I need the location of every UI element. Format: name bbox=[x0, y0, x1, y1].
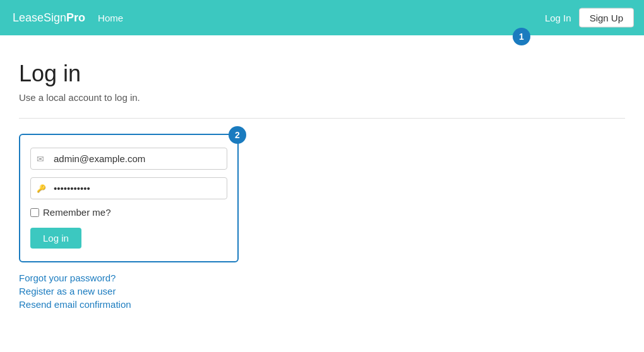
login-button[interactable]: Log in bbox=[30, 228, 81, 249]
remember-me-group: Remember me? bbox=[30, 207, 227, 218]
annotation-badge-1: 1 bbox=[513, 28, 530, 45]
nav-login-link[interactable]: Log In bbox=[545, 13, 571, 23]
email-icon: ✉ bbox=[37, 154, 44, 164]
login-form-box: 2 ✉ 🔑 Remember me? Log in bbox=[19, 134, 239, 262]
password-field[interactable] bbox=[30, 177, 227, 199]
form-section: 2 ✉ 🔑 Remember me? Log in bbox=[19, 134, 625, 262]
nav-signup-button[interactable]: Sign Up bbox=[579, 8, 634, 28]
brand-bold: Pro bbox=[66, 11, 85, 25]
annotation-badge-2: 2 bbox=[229, 126, 246, 144]
remember-me-label: Remember me? bbox=[43, 207, 111, 218]
nav-home-link[interactable]: Home bbox=[98, 13, 123, 23]
page-title: Log in bbox=[19, 61, 625, 87]
email-input-group: ✉ bbox=[30, 148, 227, 170]
divider bbox=[19, 118, 625, 119]
navbar: LeaseSignPro Home Log In Sign Up 1 bbox=[0, 0, 644, 35]
email-field[interactable] bbox=[30, 148, 227, 170]
remember-me-checkbox[interactable] bbox=[30, 208, 39, 217]
password-icon: 🔑 bbox=[37, 184, 46, 193]
resend-confirmation-link[interactable]: Resend email confirmation bbox=[19, 299, 625, 310]
register-link[interactable]: Register as a new user bbox=[19, 286, 625, 296]
nav-right-section: Log In Sign Up bbox=[545, 8, 634, 28]
form-links: Forgot your password? Register as a new … bbox=[19, 273, 625, 310]
brand-normal: LeaseSign bbox=[13, 11, 66, 25]
forgot-password-link[interactable]: Forgot your password? bbox=[19, 273, 625, 283]
password-input-group: 🔑 bbox=[30, 177, 227, 199]
page-subtitle: Use a local account to log in. bbox=[19, 92, 625, 103]
main-content: Log in Use a local account to log in. 2 … bbox=[0, 35, 644, 331]
